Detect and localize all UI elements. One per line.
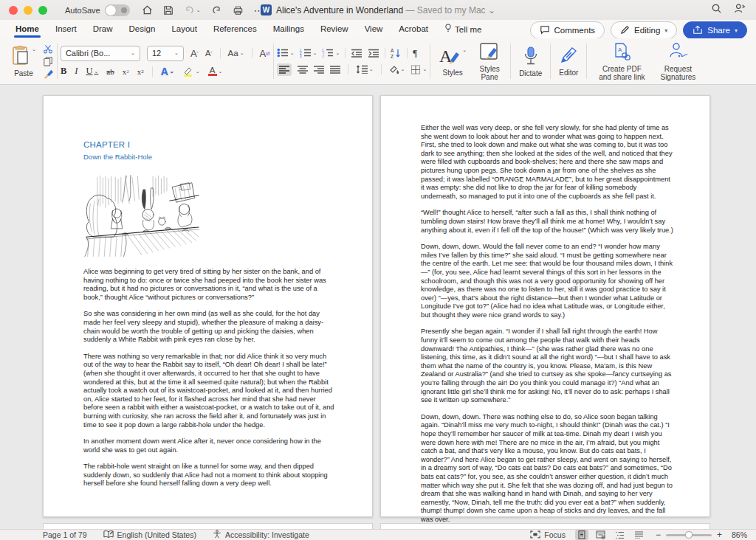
- create-pdf-button[interactable]: A Create PDF and share link: [590, 41, 653, 83]
- sort-icon[interactable]: AZ: [391, 48, 402, 58]
- proofing-icon: [103, 530, 114, 540]
- cut-icon[interactable]: [43, 44, 54, 54]
- tab-view[interactable]: View: [357, 21, 391, 38]
- print-layout-view-button[interactable]: [575, 530, 588, 540]
- subscript-button[interactable]: x2: [123, 67, 129, 76]
- paragraph[interactable]: Down, down, down. Would the fall never c…: [421, 243, 674, 319]
- microphone-icon: [523, 46, 539, 67]
- zoom-in-button[interactable]: +: [717, 530, 722, 540]
- ribbon: ⌄ Paste Calibri (Bo...⌄ 12⌄: [0, 38, 756, 85]
- change-case-icon[interactable]: Aa⌄: [228, 49, 244, 58]
- tab-draw[interactable]: Draw: [85, 21, 121, 38]
- paragraph[interactable]: Down, down, down. There was nothing else…: [421, 413, 674, 525]
- undo-icon[interactable]: ⌄: [184, 5, 201, 15]
- request-signatures-button[interactable]: Request Signatures: [653, 41, 702, 83]
- tea-party-illustration[interactable]: [83, 171, 202, 260]
- paste-button[interactable]: ⌄ Paste: [6, 44, 41, 79]
- italic-button[interactable]: I: [75, 66, 78, 77]
- editing-mode-button[interactable]: Editing▾: [611, 21, 677, 39]
- more-commands-icon[interactable]: ⋯: [254, 4, 265, 16]
- spell-check-status[interactable]: English (United States): [103, 530, 196, 540]
- print-icon[interactable]: [233, 5, 244, 15]
- align-left-button[interactable]: [277, 63, 292, 76]
- line-spacing-icon[interactable]: ⌄: [356, 65, 374, 74]
- minimize-window-button[interactable]: [24, 6, 32, 15]
- lightbulb-icon: [444, 25, 452, 34]
- styles-pane-button[interactable]: Styles Pane: [472, 41, 507, 83]
- paragraph[interactable]: Either the well was very deep, or she fe…: [421, 124, 674, 201]
- bullets-icon[interactable]: ⌄: [277, 48, 295, 58]
- tab-tell-me[interactable]: Tell me: [436, 21, 489, 38]
- page-indicator[interactable]: Page 1 of 79: [43, 530, 87, 539]
- zoom-slider[interactable]: [666, 534, 712, 536]
- clear-formatting-icon[interactable]: A⌀: [260, 48, 270, 59]
- bold-button[interactable]: B: [61, 66, 66, 77]
- underline-button[interactable]: U⌄: [86, 66, 98, 77]
- highlight-color-icon[interactable]: ⌄: [182, 66, 200, 77]
- decrease-indent-icon[interactable]: [351, 49, 362, 58]
- title-chevron-icon[interactable]: ⌄: [488, 5, 495, 15]
- paragraph[interactable]: So she was considering in her own mind (…: [83, 310, 337, 344]
- zoom-slider-thumb[interactable]: [685, 531, 693, 539]
- comments-button[interactable]: Comments: [530, 21, 605, 39]
- accessibility-status[interactable]: Accessibility: Investigate: [213, 530, 309, 540]
- redo-icon[interactable]: [211, 5, 222, 15]
- paragraph[interactable]: There was nothing so very remarkable in …: [83, 353, 337, 429]
- shrink-font-icon[interactable]: Aˇ: [205, 49, 213, 58]
- save-icon[interactable]: [163, 5, 173, 15]
- paragraph[interactable]: “Well!” thought Alice to herself, “after…: [421, 209, 674, 235]
- styles-button[interactable]: A ⌄ Styles: [433, 44, 472, 78]
- paragraph[interactable]: The rabbit-hole went straight on like a …: [83, 463, 337, 488]
- dictate-button[interactable]: Dictate: [514, 44, 547, 79]
- tab-insert[interactable]: Insert: [47, 21, 85, 38]
- tab-acrobat[interactable]: Acrobat: [391, 21, 436, 38]
- superscript-button[interactable]: x2: [137, 67, 144, 76]
- focus-mode-button[interactable]: Focus: [530, 530, 566, 540]
- share-button[interactable]: Share▾: [683, 21, 747, 39]
- share-contact-icon[interactable]: [734, 3, 746, 17]
- accessibility-icon: [213, 530, 221, 540]
- paragraph[interactable]: Alice was beginning to get very tired of…: [83, 268, 337, 302]
- autosave-toggle[interactable]: [105, 4, 130, 16]
- tab-review[interactable]: Review: [312, 21, 357, 38]
- font-name-select[interactable]: Calibri (Bo...⌄: [61, 46, 140, 61]
- grow-font-icon[interactable]: Aˆ: [190, 48, 199, 59]
- close-window-button[interactable]: [9, 6, 18, 15]
- increase-indent-icon[interactable]: [368, 49, 379, 58]
- svg-text:Z: Z: [391, 53, 394, 58]
- web-layout-view-button[interactable]: [594, 530, 608, 540]
- text-effects-icon[interactable]: A⌄: [161, 66, 174, 77]
- fullscreen-window-button[interactable]: [38, 6, 47, 15]
- tab-mailings[interactable]: Mailings: [265, 21, 312, 38]
- borders-icon[interactable]: ⌄: [410, 65, 427, 75]
- tab-design[interactable]: Design: [121, 21, 164, 38]
- format-painter-icon[interactable]: [43, 69, 54, 79]
- paragraph[interactable]: Presently she began again. “I wonder if …: [421, 328, 674, 404]
- show-formatting-marks-icon[interactable]: ¶: [413, 47, 417, 59]
- draft-view-button[interactable]: [633, 530, 646, 540]
- tab-references[interactable]: References: [205, 21, 265, 38]
- multilevel-list-icon[interactable]: 1ii:⌄: [322, 48, 340, 58]
- justify-button[interactable]: [330, 66, 340, 74]
- zoom-percentage[interactable]: 86%: [732, 530, 747, 539]
- editor-button[interactable]: Editor: [554, 44, 583, 78]
- tab-layout[interactable]: Layout: [163, 21, 205, 38]
- page-1[interactable]: CHAPTER I Down the Rabbit-Hole: [43, 95, 373, 517]
- numbering-icon[interactable]: 123⌄: [300, 48, 317, 58]
- document-canvas[interactable]: CHAPTER I Down the Rabbit-Hole: [0, 86, 756, 529]
- zoom-out-button[interactable]: −: [656, 530, 661, 540]
- font-size-select[interactable]: 12⌄: [147, 46, 184, 61]
- font-color-icon[interactable]: A⌄: [208, 66, 223, 76]
- quick-access-toolbar: ⌄ ⋯: [142, 4, 265, 16]
- page-2[interactable]: Either the well was very deep, or she fe…: [380, 95, 710, 517]
- outline-view-button[interactable]: [614, 530, 627, 540]
- shading-icon[interactable]: ⌄: [389, 65, 405, 75]
- strikethrough-button[interactable]: ab: [106, 67, 114, 76]
- home-icon[interactable]: [142, 4, 153, 15]
- paragraph[interactable]: In another moment down went Alice after …: [83, 437, 337, 454]
- align-center-button[interactable]: [298, 66, 308, 74]
- align-right-button[interactable]: [314, 66, 324, 74]
- copy-icon[interactable]: [43, 56, 54, 66]
- search-icon[interactable]: [711, 3, 722, 17]
- tab-home[interactable]: Home: [7, 21, 47, 38]
